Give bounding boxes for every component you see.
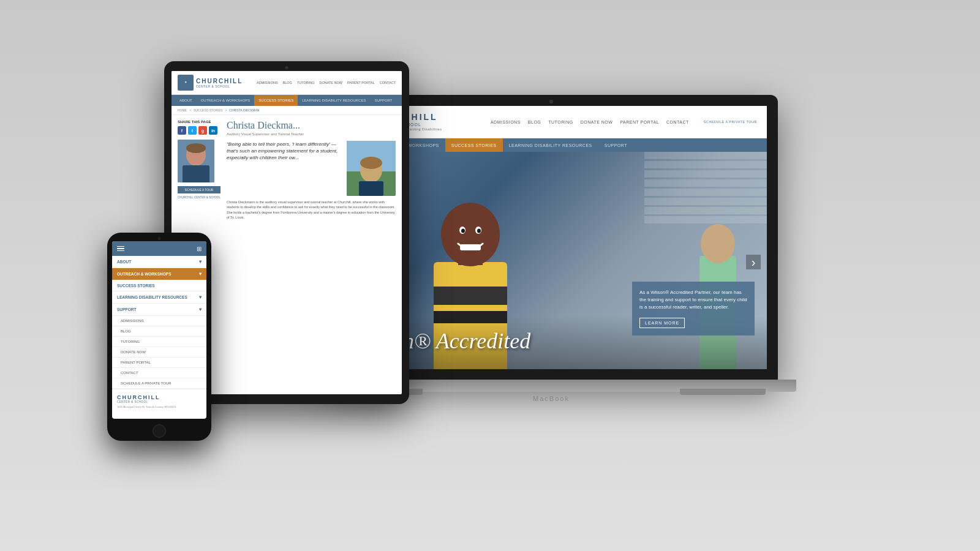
social-buttons: f t g in bbox=[178, 126, 221, 135]
tablet-person-svg bbox=[178, 140, 214, 182]
breadcrumb-sep2: > bbox=[225, 108, 227, 112]
about-arrow: ▾ bbox=[199, 259, 202, 264]
outreach-arrow: ▾ bbox=[199, 271, 202, 277]
tablet-logo-text: CHURCHILL CENTER & SCHOOL bbox=[196, 78, 243, 88]
laptop-nb-success[interactable]: SUCCESS STORIES bbox=[445, 138, 503, 152]
tablet-person-thumbnail bbox=[178, 140, 214, 182]
macbook-label: MacBook bbox=[533, 395, 570, 402]
phone-logo-section: CHURCHILL CENTER & SCHOOL 1021 Municipal… bbox=[112, 389, 206, 414]
facebook-button[interactable]: f bbox=[178, 126, 186, 135]
svg-point-15 bbox=[186, 143, 206, 153]
phone-camera bbox=[158, 237, 161, 240]
support-arrow: ▾ bbox=[199, 307, 202, 312]
share-label: SHARE THIS PAGE bbox=[178, 120, 221, 124]
phone-menu-admissions[interactable]: ADMISSIONS bbox=[112, 316, 206, 326]
laptop-foot-right bbox=[680, 389, 766, 395]
svg-rect-14 bbox=[183, 165, 209, 182]
phone-screen: ⊞ ABOUT ▾ OUTREACH & WORKSHOPS ▾ SUCCESS… bbox=[112, 241, 206, 419]
laptop-nav-contact[interactable]: CONTACT bbox=[666, 120, 689, 124]
tablet-bio-photo bbox=[347, 141, 396, 196]
tablet-sidebar: SHARE THIS PAGE f t g in bbox=[178, 120, 221, 220]
tablet-schedule-btn[interactable]: SCHEDULE A TOUR bbox=[178, 186, 221, 193]
phone-menu-about[interactable]: ABOUT ▾ bbox=[112, 256, 206, 268]
phone-menu-blog[interactable]: BLOG bbox=[112, 326, 206, 337]
laptop-nav-admissions[interactable]: ADMISSIONS bbox=[491, 120, 521, 124]
phone-menu-contact[interactable]: CONTACT bbox=[112, 368, 206, 378]
breadcrumb-current: CHRISTA DIECKMAN bbox=[229, 108, 259, 112]
laptop-nav-portal[interactable]: PARENT PORTAL bbox=[620, 120, 659, 124]
tablet-logo: ✦ CHURCHILL CENTER & SCHOOL bbox=[178, 75, 243, 91]
linkedin-button[interactable]: in bbox=[209, 126, 217, 135]
laptop-camera bbox=[549, 100, 553, 103]
tablet-nav-bar: ABOUT OUTREACH & WORKSHOPS SUCCESS STORI… bbox=[172, 95, 402, 106]
tablet-camera bbox=[285, 66, 288, 69]
googleplus-button[interactable]: g bbox=[198, 126, 207, 135]
breadcrumb-home[interactable]: HOME bbox=[178, 108, 187, 112]
tablet-logo-title: CHURCHILL bbox=[196, 78, 243, 84]
tablet-nt-contact[interactable]: CONTACT bbox=[380, 81, 396, 84]
tablet-logo-sub: CENTER & SCHOOL bbox=[196, 84, 243, 88]
hero-info-box: As a Wilson® Accredited Partner, our tea… bbox=[632, 282, 755, 335]
tablet-bio-text: Christa Dieckmann is the auditory visual… bbox=[227, 200, 396, 220]
phone-menu-support[interactable]: SUPPORT ▾ bbox=[112, 304, 206, 316]
phone-menu: ABOUT ▾ OUTREACH & WORKSHOPS ▾ SUCCESS S… bbox=[112, 256, 206, 389]
tablet-nt-blog[interactable]: BLOG bbox=[283, 81, 292, 84]
phone-menu-tutoring[interactable]: TUTORING bbox=[112, 337, 206, 347]
tablet-nb-resources[interactable]: LEARNING DISABILITY RESOURCES bbox=[298, 95, 370, 106]
tablet-nav-top: ADMISSIONS BLOG TUTORING DONATE NOW PARE… bbox=[257, 81, 396, 84]
phone-menu-schedule[interactable]: SCHEDULE A PRIVATE TOUR bbox=[112, 378, 206, 389]
phone-logo-title: CHURCHILL bbox=[117, 394, 202, 400]
phone-logo-sub: CENTER & SCHOOL bbox=[117, 400, 202, 403]
svg-point-11 bbox=[701, 224, 735, 263]
phone-home-button[interactable] bbox=[153, 424, 166, 438]
svg-rect-20 bbox=[359, 181, 383, 196]
svg-point-4 bbox=[441, 203, 500, 266]
tablet-breadcrumb: HOME > SUCCESS STORIES > CHRISTA DIECKMA… bbox=[172, 106, 402, 115]
tablet-logo-icon: ✦ bbox=[178, 75, 194, 91]
phone-menu-outreach[interactable]: OUTREACH & WORKSHOPS ▾ bbox=[112, 268, 206, 280]
laptop-nav-donate[interactable]: DONATE NOW bbox=[581, 120, 613, 124]
breadcrumb-success[interactable]: SUCCESS STORIES bbox=[194, 108, 222, 112]
tablet-nt-tutoring[interactable]: TUTORING bbox=[297, 81, 315, 84]
hero-learn-button[interactable]: LEARN MORE bbox=[639, 318, 685, 328]
tablet-nt-donate[interactable]: DONATE NOW bbox=[320, 81, 342, 84]
tablet-main-content: Christa Dieckma... Auditory Visual Super… bbox=[227, 120, 396, 220]
laptop-nb-resources[interactable]: LEARNING DISABILITY RESOURCES bbox=[503, 138, 598, 152]
resources-arrow: ▾ bbox=[199, 294, 202, 300]
tablet-school-info: CHURCHILL CENTER & SCHOOL bbox=[178, 196, 221, 199]
tablet-nb-success[interactable]: SUCCESS STORIES bbox=[254, 95, 298, 106]
laptop-nav-top: ADMISSIONS BLOG TUTORING DONATE NOW PARE… bbox=[491, 116, 757, 127]
twitter-button[interactable]: t bbox=[188, 126, 197, 135]
tablet-nb-outreach[interactable]: OUTREACH & WORKSHOPS bbox=[197, 95, 255, 106]
phone-header-icon: ⊞ bbox=[197, 246, 202, 252]
tablet-content: SHARE THIS PAGE f t g in bbox=[172, 115, 402, 225]
laptop-nb-support[interactable]: SUPPORT bbox=[598, 138, 633, 152]
phone-device: ⊞ ABOUT ▾ OUTREACH & WORKSHOPS ▾ SUCCESS… bbox=[107, 233, 211, 441]
laptop-schedule-link[interactable]: SCHEDULE A PRIVATE TOUR bbox=[704, 120, 757, 124]
svg-point-7 bbox=[461, 229, 465, 233]
phone-menu-donate[interactable]: DONATE NOW bbox=[112, 347, 206, 358]
tablet-person-role: Auditory Visual Supervisor and Tutorial … bbox=[227, 132, 396, 136]
hero-info-text: As a Wilson® Accredited Partner, our tea… bbox=[639, 289, 747, 311]
laptop-nav-blog[interactable]: BLOG bbox=[528, 120, 541, 124]
tablet-header: ✦ CHURCHILL CENTER & SCHOOL ADMISSIONS B… bbox=[172, 71, 402, 95]
hamburger-menu[interactable] bbox=[117, 246, 124, 252]
tablet-bio-svg bbox=[347, 141, 396, 196]
tablet-nb-about[interactable]: ABOUT bbox=[175, 95, 197, 106]
tablet-person-name: Christa Dieckma... bbox=[227, 120, 396, 131]
tablet-nt-admissions[interactable]: ADMISSIONS bbox=[257, 81, 278, 84]
hero-arrow-right[interactable]: › bbox=[746, 255, 761, 269]
svg-point-19 bbox=[360, 157, 382, 169]
phone-menu-success[interactable]: SUCCESS STORIES bbox=[112, 280, 206, 291]
tablet-nb-support[interactable]: SUPPORT bbox=[371, 95, 397, 106]
phone-menu-portal[interactable]: PARENT PORTAL bbox=[112, 358, 206, 368]
svg-rect-9 bbox=[460, 244, 481, 250]
breadcrumb-sep1: > bbox=[189, 108, 191, 112]
phone-header: ⊞ bbox=[112, 241, 206, 256]
phone-menu-resources[interactable]: LEARNING DISABILITY RESOURCES ▾ bbox=[112, 291, 206, 304]
laptop-nav-tutoring[interactable]: TUTORING bbox=[548, 120, 573, 124]
tablet-nt-portal[interactable]: PARENT PORTAL bbox=[347, 81, 375, 84]
svg-point-8 bbox=[477, 229, 481, 233]
svg-rect-1 bbox=[434, 287, 507, 305]
phone-body: ⊞ ABOUT ▾ OUTREACH & WORKSHOPS ▾ SUCCESS… bbox=[107, 233, 211, 441]
